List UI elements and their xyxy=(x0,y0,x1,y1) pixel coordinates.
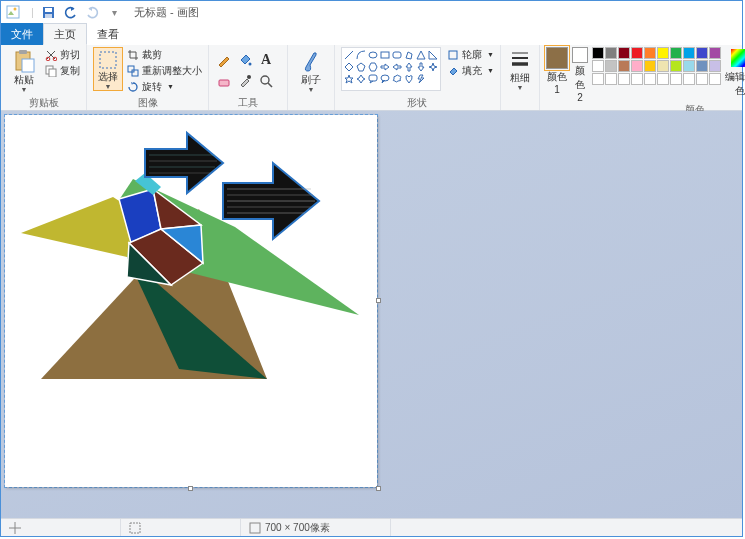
tab-file[interactable]: 文件 xyxy=(1,23,43,45)
palette-color[interactable] xyxy=(644,60,656,72)
shape-oval[interactable] xyxy=(367,49,379,61)
group-label-image: 图像 xyxy=(93,96,202,110)
stroke-width-button[interactable]: 粗细 ▼ xyxy=(507,47,533,91)
shape-hexagon[interactable] xyxy=(367,61,379,73)
crop-button[interactable]: 裁剪 xyxy=(127,47,202,62)
canvas-size-icon xyxy=(249,522,261,534)
palette-color[interactable] xyxy=(683,73,695,85)
shape-heart[interactable] xyxy=(403,73,415,85)
fill-icon[interactable] xyxy=(236,51,254,69)
palette-color[interactable] xyxy=(657,47,669,59)
copy-button[interactable]: 复制 xyxy=(45,63,80,78)
shape-star5[interactable] xyxy=(343,73,355,85)
resize-handle-se[interactable] xyxy=(376,486,381,491)
redo-icon[interactable] xyxy=(84,3,102,21)
palette-color[interactable] xyxy=(709,73,721,85)
palette-color[interactable] xyxy=(683,47,695,59)
palette-color[interactable] xyxy=(709,60,721,72)
shape-fill-button[interactable]: 填充▼ xyxy=(447,63,494,78)
shape-polygon[interactable] xyxy=(403,49,415,61)
canvas[interactable] xyxy=(5,115,377,487)
group-colors: 颜色 1 颜色 2 编辑颜色 使用画图 3D 进行编辑 产品提醒 xyxy=(540,45,745,110)
shape-rect[interactable] xyxy=(379,49,391,61)
shape-pentagon[interactable] xyxy=(355,61,367,73)
color1-button[interactable]: 颜色 1 xyxy=(546,47,568,95)
select-button[interactable]: 选择 ▼ xyxy=(93,47,123,91)
shape-triangle[interactable] xyxy=(415,49,427,61)
shape-rtriangle[interactable] xyxy=(427,49,439,61)
shape-callout-cloud[interactable] xyxy=(391,73,403,85)
undo-icon[interactable] xyxy=(62,3,80,21)
quick-access-toolbar: ▾ xyxy=(40,3,124,21)
shape-curve[interactable] xyxy=(355,49,367,61)
shape-diamond[interactable] xyxy=(343,61,355,73)
edit-colors-button[interactable]: 编辑颜色 xyxy=(725,47,745,98)
shape-lightning[interactable] xyxy=(415,73,427,85)
palette-color[interactable] xyxy=(696,47,708,59)
magnifier-icon[interactable] xyxy=(257,72,275,90)
shape-callout-oval[interactable] xyxy=(379,73,391,85)
palette-color[interactable] xyxy=(592,73,604,85)
cut-button[interactable]: 剪切 xyxy=(45,47,80,62)
palette-color[interactable] xyxy=(618,60,630,72)
palette-color[interactable] xyxy=(644,47,656,59)
shapes-gallery[interactable] xyxy=(341,47,441,91)
shape-roundrect[interactable] xyxy=(391,49,403,61)
palette-color[interactable] xyxy=(670,73,682,85)
save-icon[interactable] xyxy=(40,3,58,21)
group-brushes: 刷子 ▼ xyxy=(288,45,335,110)
palette-color[interactable] xyxy=(592,60,604,72)
palette-color[interactable] xyxy=(670,47,682,59)
svg-marker-37 xyxy=(21,197,135,257)
palette-color[interactable] xyxy=(657,73,669,85)
text-icon[interactable]: A xyxy=(257,51,275,69)
shape-arrow-r[interactable] xyxy=(379,61,391,73)
svg-rect-13 xyxy=(128,66,134,72)
workspace[interactable] xyxy=(1,111,742,518)
palette-color[interactable] xyxy=(631,73,643,85)
ribbon-tabs: 文件 主页 查看 xyxy=(1,23,742,45)
resize-handle-e[interactable] xyxy=(376,298,381,303)
palette-color[interactable] xyxy=(696,60,708,72)
svg-rect-58 xyxy=(250,523,260,533)
window-title: 无标题 - 画图 xyxy=(134,5,199,20)
palette-color[interactable] xyxy=(618,73,630,85)
palette-color[interactable] xyxy=(683,60,695,72)
color2-button[interactable]: 颜色 2 xyxy=(572,47,588,103)
shape-arrow-l[interactable] xyxy=(391,61,403,73)
rotate-button[interactable]: 旋转▼ xyxy=(127,79,202,94)
palette-color[interactable] xyxy=(605,47,617,59)
palette-color[interactable] xyxy=(631,47,643,59)
palette-color[interactable] xyxy=(696,73,708,85)
shape-callout-rrect[interactable] xyxy=(367,73,379,85)
shape-arrow-u[interactable] xyxy=(403,61,415,73)
palette-color[interactable] xyxy=(618,47,630,59)
shape-star4[interactable] xyxy=(427,61,439,73)
palette-color[interactable] xyxy=(605,60,617,72)
tab-view[interactable]: 查看 xyxy=(87,23,129,45)
palette-color[interactable] xyxy=(670,60,682,72)
shape-line[interactable] xyxy=(343,49,355,61)
qat-customize-icon[interactable]: ▾ xyxy=(106,3,124,21)
palette-color[interactable] xyxy=(631,60,643,72)
selection-size-icon xyxy=(129,522,141,534)
eyedropper-icon[interactable] xyxy=(236,72,254,90)
palette-color[interactable] xyxy=(592,47,604,59)
color1-swatch xyxy=(546,47,568,69)
pencil-icon[interactable] xyxy=(215,51,233,69)
arrow-shape-2 xyxy=(223,163,319,239)
palette-color[interactable] xyxy=(605,73,617,85)
shape-arrow-d[interactable] xyxy=(415,61,427,73)
resize-button[interactable]: 重新调整大小 xyxy=(127,63,202,78)
resize-handle-s[interactable] xyxy=(188,486,193,491)
eraser-icon[interactable] xyxy=(215,72,233,90)
palette-color[interactable] xyxy=(657,60,669,72)
paste-button[interactable]: 粘贴 ▼ xyxy=(7,47,41,93)
palette-color[interactable] xyxy=(709,47,721,59)
svg-line-20 xyxy=(345,51,353,59)
tab-home[interactable]: 主页 xyxy=(43,23,87,45)
palette-color[interactable] xyxy=(644,73,656,85)
shape-outline-button[interactable]: 轮廓▼ xyxy=(447,47,494,62)
shape-star6[interactable] xyxy=(355,73,367,85)
brushes-button[interactable]: 刷子 ▼ xyxy=(294,47,328,93)
